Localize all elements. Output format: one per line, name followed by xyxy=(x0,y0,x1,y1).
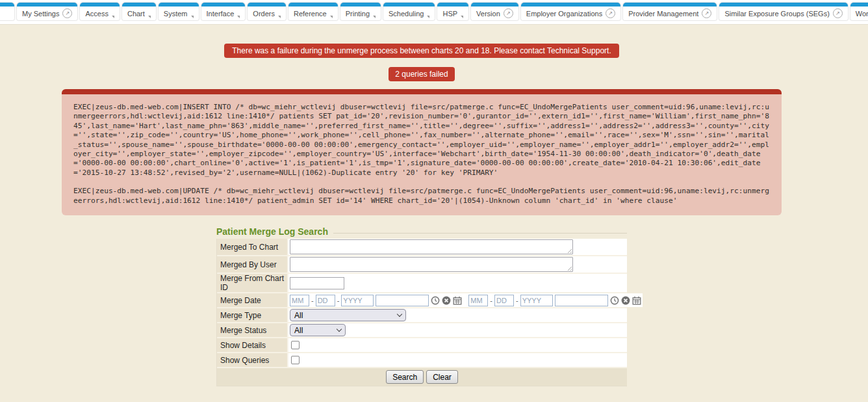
show-queries-checkbox[interactable] xyxy=(291,356,300,364)
tab-hsp[interactable]: HSP xyxy=(437,3,468,20)
tab-label: Interface xyxy=(207,10,235,18)
merge-date-row: Merge Date -- -- xyxy=(217,293,627,308)
show-queries-field-cell xyxy=(288,353,627,367)
search-button[interactable]: Search xyxy=(386,370,424,384)
tab-label: Scheduling xyxy=(389,10,424,18)
tab-work-locations[interactable]: Work Locations↗ xyxy=(850,3,868,20)
tab-my-settings[interactable]: My Settings↗ xyxy=(17,3,77,20)
merge-status-select[interactable]: All xyxy=(290,324,346,336)
merged-by-user-row: Merged By User xyxy=(217,256,627,274)
tab-orders[interactable]: Orders xyxy=(248,3,286,20)
merge-status-selected-value: All xyxy=(294,326,303,335)
show-details-label: Show Details xyxy=(217,338,288,352)
tab-provider-management[interactable]: Provider Management↗ xyxy=(623,3,717,20)
merge-type-field-cell: All xyxy=(288,308,627,322)
merge-from-chart-id-input[interactable] xyxy=(290,277,344,289)
tab-label: Version xyxy=(476,10,500,18)
merged-by-user-label: Merged By User xyxy=(217,256,288,273)
merge-date-from-year-input[interactable] xyxy=(341,295,374,306)
show-details-field-cell xyxy=(288,338,627,352)
show-details-row: Show Details xyxy=(217,338,627,353)
tab-employer-organizations[interactable]: Employer Organizations↗ xyxy=(521,3,620,20)
tab-access[interactable]: Access xyxy=(80,3,119,20)
merged-to-chart-row: Merged To Chart xyxy=(217,239,627,256)
tab-version[interactable]: Version↗ xyxy=(471,3,518,20)
external-link-icon: ↗ xyxy=(62,8,72,18)
merge-type-label: Merge Type xyxy=(217,308,288,322)
dropdown-indicator-icon xyxy=(330,16,333,18)
tab-label: HSP xyxy=(442,10,457,18)
form-title: Patient Merge Log Search xyxy=(216,226,328,237)
sql-error-entry: EXEC|zeus-db.med-web.com|UPDATE /* db=wc… xyxy=(73,187,770,206)
merge-date-field-cell: -- -- xyxy=(288,293,643,307)
merge-status-field-cell: All xyxy=(288,323,627,337)
tab-system[interactable]: System xyxy=(159,3,199,20)
show-details-checkbox[interactable] xyxy=(291,341,300,349)
tab-label: Printing xyxy=(346,10,370,18)
merged-to-chart-label: Merged To Chart xyxy=(217,239,288,255)
merged-by-user-field-cell xyxy=(288,256,627,273)
merge-status-row: Merge Status All xyxy=(217,323,627,338)
clear-button[interactable]: Clear xyxy=(426,370,458,384)
tab-label: Employer Organizations xyxy=(526,10,602,18)
tab-label: Similar Exposure Groups (SEGs) xyxy=(724,10,829,18)
sql-error-log-header-bar xyxy=(62,89,782,94)
clock-icon[interactable] xyxy=(431,296,440,305)
external-link-icon: ↗ xyxy=(833,8,843,18)
merge-from-chart-id-row: Merge From Chart ID xyxy=(217,274,627,293)
tab-interface[interactable]: Interface xyxy=(201,3,246,20)
clear-date-icon[interactable] xyxy=(621,296,630,305)
merge-date-to-time-input[interactable] xyxy=(555,295,608,306)
tab-label: Chart xyxy=(127,10,145,18)
tab-printing[interactable]: Printing xyxy=(340,3,381,20)
merge-date-from-time-input[interactable] xyxy=(376,295,429,306)
dropdown-indicator-icon xyxy=(148,16,151,18)
merge-date-to-year-input[interactable] xyxy=(520,295,553,306)
dropdown-indicator-icon xyxy=(112,16,114,18)
dropdown-indicator-icon xyxy=(427,16,429,18)
merge-type-select[interactable]: All xyxy=(290,309,406,321)
form-footer: Search Clear xyxy=(217,368,627,386)
main-content: There was a failure during the unmerge p… xyxy=(0,44,843,386)
merge-type-selected-value: All xyxy=(294,311,303,320)
tab-label: My Settings xyxy=(22,10,59,18)
form-title-row: Patient Merge Log Search xyxy=(216,226,627,237)
fieldset-border-line xyxy=(333,233,627,234)
calendar-icon[interactable] xyxy=(453,296,462,305)
chevron-down-icon xyxy=(397,312,402,317)
merge-date-to-day-input[interactable] xyxy=(494,295,514,306)
merge-date-from-month-input[interactable] xyxy=(290,295,309,306)
merged-by-user-textarea[interactable] xyxy=(290,257,573,272)
dropdown-indicator-icon xyxy=(373,16,376,18)
tab-reference[interactable]: Reference xyxy=(288,3,338,20)
dropdown-indicator-icon xyxy=(191,16,194,18)
show-queries-label: Show Queries xyxy=(217,353,288,367)
tab-label: Reference xyxy=(294,10,327,18)
merge-date-to-month-input[interactable] xyxy=(468,295,488,306)
clear-date-icon[interactable] xyxy=(442,296,451,305)
merged-to-chart-textarea[interactable] xyxy=(290,239,573,254)
tab-bar-items: My Settings↗AccessChartSystemInterfaceOr… xyxy=(17,3,868,20)
date-separator: - xyxy=(337,297,340,304)
tab-scheduling[interactable]: Scheduling xyxy=(383,3,435,20)
tab-label: Work Locations xyxy=(856,10,868,18)
tab-similar-exposure-groups-segs[interactable]: Similar Exposure Groups (SEGs)↗ xyxy=(719,3,847,20)
date-separator: - xyxy=(490,297,492,304)
tab-partial[interactable]: ↗ xyxy=(0,3,14,20)
sql-error-log: EXEC|zeus-db.med-web.com|INSERT INTO /* … xyxy=(62,89,782,215)
calendar-icon[interactable] xyxy=(632,296,641,305)
tab-label: Access xyxy=(85,10,108,18)
tab-label: System xyxy=(164,10,188,18)
external-link-icon: ↗ xyxy=(504,8,513,18)
chevron-down-icon xyxy=(337,327,342,332)
external-link-icon: ↗ xyxy=(606,8,615,18)
clock-icon[interactable] xyxy=(610,296,619,305)
merge-status-label: Merge Status xyxy=(217,323,288,337)
patient-merge-log-search-form: Patient Merge Log Search Merged To Chart… xyxy=(216,226,627,386)
merge-date-from-day-input[interactable] xyxy=(316,295,335,306)
sql-error-log-body: EXEC|zeus-db.med-web.com|INSERT INTO /* … xyxy=(62,94,782,215)
tab-chart[interactable]: Chart xyxy=(122,3,156,20)
tab-label: Provider Management xyxy=(628,10,698,18)
queries-failed-badge: 2 queries failed xyxy=(389,67,454,81)
merged-to-chart-field-cell xyxy=(288,239,627,255)
